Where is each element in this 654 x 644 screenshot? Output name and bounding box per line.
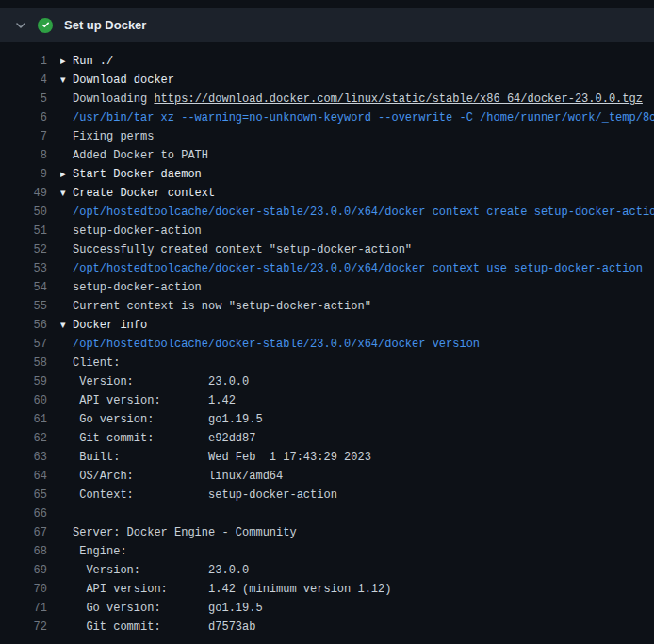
group-expanded-icon[interactable]: ▾ [60, 184, 73, 203]
group-collapsed-icon[interactable]: ▸ [60, 52, 73, 71]
line-number[interactable]: 56 [0, 316, 47, 335]
log-line: 67Server: Docker Engine - Community [0, 523, 654, 542]
line-number[interactable]: 70 [0, 580, 47, 599]
line-content: /opt/hostedtoolcache/docker-stable/23.0.… [60, 203, 654, 222]
line-number[interactable]: 49 [0, 184, 47, 203]
line-number[interactable]: 65 [0, 486, 47, 504]
log-text: Version: 23.0.0 [73, 564, 249, 577]
log-text: API version: 1.42 [73, 394, 236, 407]
log-text: /opt/hostedtoolcache/docker-stable/23.0.… [73, 262, 643, 275]
log-text: Go version: go1.19.5 [73, 413, 263, 426]
log-line: 55Current context is now "setup-docker-a… [0, 297, 654, 316]
log-line: 53/opt/hostedtoolcache/docker-stable/23.… [0, 259, 654, 278]
line-number[interactable]: 66 [0, 504, 47, 523]
log-line: 65 Context: setup-docker-action [0, 486, 654, 504]
log-link[interactable]: https://download.docker.com/linux/static… [154, 92, 642, 106]
line-number[interactable]: 63 [0, 448, 47, 467]
line-content [60, 504, 654, 523]
log-text: /opt/hostedtoolcache/docker-stable/23.0.… [73, 206, 654, 219]
line-content: Fixing perms [60, 127, 654, 146]
chevron-down-icon[interactable] [15, 20, 26, 31]
log-line: 50/opt/hostedtoolcache/docker-stable/23.… [0, 203, 654, 222]
line-number[interactable]: 4 [0, 71, 47, 90]
group-collapsed-icon[interactable]: ▸ [60, 165, 73, 184]
log-line: 49▾Create Docker context [0, 184, 654, 203]
log-text: Downloading [73, 92, 154, 106]
log-line: 6/usr/bin/tar xz --warning=no-unknown-ke… [0, 108, 654, 127]
line-number[interactable]: 8 [0, 146, 47, 165]
line-content: Added Docker to PATH [60, 146, 654, 165]
group-header-line[interactable]: ▾Docker info [60, 316, 654, 335]
log-line: 69 Version: 23.0.0 [0, 561, 654, 580]
log-line: 68 Engine: [0, 542, 654, 561]
group-expanded-icon[interactable]: ▾ [60, 316, 73, 335]
line-number[interactable]: 67 [0, 523, 47, 542]
log-text: Server: Docker Engine - Community [73, 526, 297, 539]
line-number[interactable]: 50 [0, 203, 47, 222]
log-text: setup-docker-action [73, 224, 202, 238]
line-number[interactable]: 61 [0, 410, 47, 429]
log-text: OS/Arch: linux/amd64 [73, 470, 283, 483]
line-content: /opt/hostedtoolcache/docker-stable/23.0.… [60, 259, 654, 278]
line-content: /opt/hostedtoolcache/docker-stable/23.0.… [60, 335, 654, 354]
log-line: 52Successfully created context "setup-do… [0, 240, 654, 259]
log-line: 62 Git commit: e92dd87 [0, 429, 654, 448]
log-container: 1▸Run ./4▾Download docker5Downloading ht… [0, 42, 654, 636]
line-number[interactable]: 51 [0, 222, 47, 240]
log-text: Current context is now "setup-docker-act… [73, 300, 371, 313]
line-number[interactable]: 64 [0, 467, 47, 486]
line-number[interactable]: 7 [0, 127, 47, 146]
group-expanded-icon[interactable]: ▾ [60, 71, 73, 90]
line-number[interactable]: 59 [0, 372, 47, 391]
group-header-line[interactable]: ▸Start Docker daemon [60, 165, 654, 184]
log-line: 63 Built: Wed Feb 1 17:43:29 2023 [0, 448, 654, 467]
log-text: Fixing perms [73, 130, 154, 143]
line-number[interactable]: 54 [0, 278, 47, 297]
line-content: Version: 23.0.0 [60, 372, 654, 391]
line-number[interactable]: 58 [0, 354, 47, 372]
line-number[interactable]: 60 [0, 391, 47, 410]
group-header-line[interactable]: ▸Run ./ [60, 52, 654, 71]
group-header-line[interactable]: ▾Create Docker context [60, 184, 654, 203]
line-content: API version: 1.42 [60, 391, 654, 410]
log-text: Client: [73, 356, 120, 370]
line-number[interactable]: 71 [0, 599, 47, 618]
line-number[interactable]: 68 [0, 542, 47, 561]
log-text: Start Docker daemon [73, 168, 202, 181]
line-number[interactable]: 6 [0, 108, 47, 127]
log-line: 60 API version: 1.42 [0, 391, 654, 410]
line-number[interactable]: 57 [0, 335, 47, 354]
line-content: Server: Docker Engine - Community [60, 523, 654, 542]
log-line: 72 Git commit: d7573ab [0, 618, 654, 636]
line-number[interactable]: 62 [0, 429, 47, 448]
line-number[interactable]: 5 [0, 90, 47, 108]
line-content: Engine: [60, 542, 654, 561]
log-text: Built: Wed Feb 1 17:43:29 2023 [73, 451, 371, 464]
log-text: Version: 23.0.0 [73, 375, 249, 388]
line-content: Git commit: e92dd87 [60, 429, 654, 448]
log-text: Download docker [73, 74, 174, 87]
log-line: 4▾Download docker [0, 71, 654, 90]
log-line: 59 Version: 23.0.0 [0, 372, 654, 391]
log-line: 70 API version: 1.42 (minimum version 1.… [0, 580, 654, 599]
line-number[interactable]: 1 [0, 52, 47, 71]
line-content: Go version: go1.19.5 [60, 599, 654, 618]
log-text: Added Docker to PATH [73, 149, 208, 162]
step-header[interactable]: Set up Docker [0, 8, 654, 42]
line-number[interactable]: 52 [0, 240, 47, 259]
log-line: 1▸Run ./ [0, 52, 654, 71]
log-text: Git commit: e92dd87 [73, 432, 255, 445]
line-number[interactable]: 53 [0, 259, 47, 278]
log-line: 54setup-docker-action [0, 278, 654, 297]
line-content: Client: [60, 354, 654, 372]
line-number[interactable]: 9 [0, 165, 47, 184]
line-number[interactable]: 69 [0, 561, 47, 580]
line-number[interactable]: 55 [0, 297, 47, 316]
line-content: /usr/bin/tar xz --warning=no-unknown-key… [60, 108, 654, 127]
line-content: API version: 1.42 (minimum version 1.12) [60, 580, 654, 599]
line-number[interactable]: 72 [0, 618, 47, 636]
log-text: Go version: go1.19.5 [73, 602, 263, 615]
line-content: Git commit: d7573ab [60, 618, 654, 636]
group-header-line[interactable]: ▾Download docker [60, 71, 654, 90]
log-text: /opt/hostedtoolcache/docker-stable/23.0.… [73, 338, 480, 351]
